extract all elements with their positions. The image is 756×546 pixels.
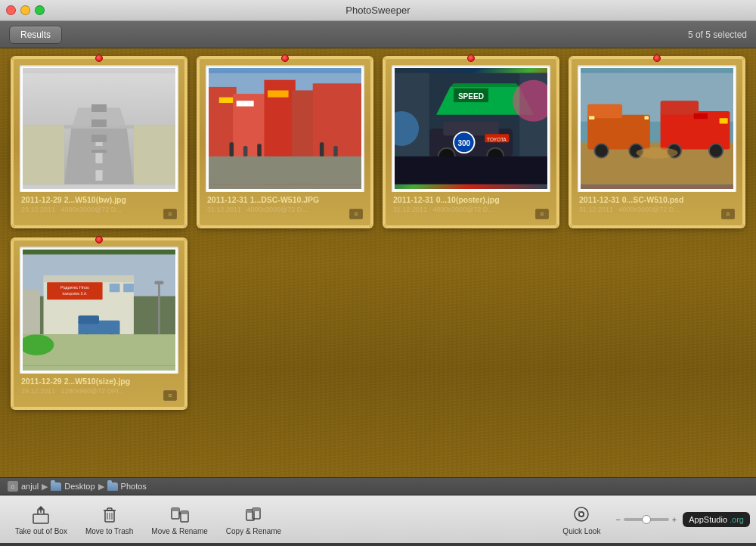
- empty-slot: [384, 239, 558, 408]
- photo-frame: [578, 65, 736, 192]
- photo-detail-icon[interactable]: [721, 209, 735, 219]
- trash-label: Move to Trash: [85, 527, 133, 535]
- photo-meta: 29.12.2011 4000x3000@72 D...: [21, 206, 177, 213]
- svg-rect-22: [243, 146, 248, 157]
- folder-icon: [107, 482, 118, 491]
- photo-road-image: [23, 68, 175, 189]
- quick-look-label: Quick Look: [562, 527, 600, 535]
- pin-icon: [95, 236, 103, 244]
- svg-rect-77: [154, 281, 163, 284]
- app-title: PhotoSweeper: [345, 5, 410, 16]
- toolbar: Results 5 of 5 selected: [0, 21, 756, 48]
- photo-trucks-image: [581, 68, 733, 189]
- move-rename-button[interactable]: Move & Rename: [142, 499, 216, 540]
- svg-rect-6: [95, 170, 102, 181]
- photo-frame: SPEED 300 TOYOTA: [392, 65, 550, 192]
- svg-rect-55: [720, 118, 728, 123]
- photo-meta: 31.12.2011 4000x3000@72 D...: [579, 206, 735, 213]
- svg-rect-58: [694, 113, 708, 119]
- photo-info: 2011-12-31 0...SC-W510.psd 31.12.2011 40…: [578, 192, 736, 222]
- take-out-icon: [30, 504, 51, 525]
- svg-rect-67: [110, 284, 120, 292]
- svg-rect-78: [33, 514, 48, 523]
- svg-marker-28: [450, 83, 519, 87]
- quick-look-button[interactable]: Quick Look: [553, 499, 609, 540]
- photo-card[interactable]: 2011-12-31 0...SC-W510.psd 31.12.2011 40…: [570, 57, 744, 227]
- photo-detail-icon[interactable]: [535, 209, 549, 219]
- photo-detail-icon[interactable]: [163, 390, 177, 401]
- photo-meta: 29.12.2011 1280x960@72 DPI...: [21, 387, 177, 395]
- svg-rect-76: [158, 282, 160, 334]
- svg-rect-21: [230, 142, 234, 156]
- svg-rect-32: [443, 122, 498, 135]
- svg-text:SPEED: SPEED: [458, 92, 484, 101]
- selection-count: 5 of 5 selected: [688, 29, 747, 40]
- copy-rename-button[interactable]: Copy & Rename: [217, 499, 290, 540]
- maximize-button[interactable]: [35, 5, 45, 15]
- svg-rect-4: [95, 135, 102, 146]
- svg-rect-17: [219, 98, 233, 103]
- svg-point-49: [594, 144, 608, 157]
- svg-point-59: [636, 147, 677, 159]
- svg-rect-20: [209, 157, 361, 185]
- empty-slot: [570, 239, 744, 408]
- minimize-button[interactable]: [20, 5, 30, 15]
- photo-transport-image: Родригес Hnos transportes S.A.: [23, 250, 175, 371]
- move-trash-button[interactable]: Move to Trash: [76, 499, 142, 540]
- photo-frame: [20, 65, 178, 192]
- svg-rect-52: [644, 116, 649, 119]
- svg-rect-5: [95, 153, 102, 163]
- svg-text:300: 300: [457, 139, 470, 147]
- svg-rect-48: [587, 104, 622, 118]
- take-out-button[interactable]: Take out of Box: [6, 499, 76, 540]
- photo-info: 2011-12-29 2...W510(size).jpg 29.12.2011…: [20, 374, 178, 404]
- photo-filename: 2011-12-29 2...W510(bw).jpg: [21, 195, 177, 204]
- quick-look-icon: [571, 504, 592, 525]
- zoom-out-icon: −: [615, 515, 620, 524]
- titlebar: PhotoSweeper: [0, 0, 756, 21]
- photo-filename: 2011-12-31 1...DSC-W510.JPG: [207, 195, 363, 204]
- photo-card[interactable]: Родригес Hnos transportes S.A.: [12, 239, 186, 408]
- svg-rect-68: [123, 284, 134, 292]
- photo-card[interactable]: 2011-12-29 2...W510(bw).jpg 29.12.2011 4…: [12, 57, 186, 227]
- breadcrumb-user: anjul: [21, 482, 39, 491]
- pin-icon: [653, 54, 661, 62]
- svg-rect-89: [181, 511, 188, 514]
- photo-detail-icon[interactable]: [163, 209, 177, 219]
- move-rename-label: Move & Rename: [151, 527, 207, 535]
- main-content: 2011-12-29 2...W510(bw).jpg 29.12.2011 4…: [0, 48, 756, 477]
- zoom-slider[interactable]: [624, 518, 669, 521]
- appstudio-org: .org: [730, 515, 744, 524]
- photo-detail-icon[interactable]: [349, 209, 363, 219]
- photo-card[interactable]: SPEED 300 TOYOTA: [384, 57, 558, 227]
- breadcrumb-bar: ⌂ anjul ▶ Desktop ▶ Photos: [0, 477, 756, 495]
- svg-rect-63: [44, 275, 134, 282]
- svg-rect-9: [134, 125, 175, 184]
- photo-info: 2011-12-31 1...DSC-W510.JPG 31.12.2011 4…: [206, 192, 364, 222]
- svg-point-57: [709, 144, 723, 157]
- svg-point-97: [580, 513, 583, 516]
- breadcrumb-desktop: Desktop: [64, 482, 94, 491]
- svg-rect-87: [172, 508, 179, 511]
- photo-filename: 2011-12-31 0...10(poster).jpg: [393, 195, 549, 204]
- copy-rename-icon: [243, 504, 264, 525]
- photo-frame: Родригес Hnos transportes S.A.: [20, 247, 178, 374]
- svg-rect-8: [23, 125, 64, 184]
- svg-text:TOYOTA: TOYOTA: [487, 137, 507, 142]
- window-controls: [6, 5, 45, 15]
- pin-icon: [95, 54, 103, 62]
- breadcrumb-photos: Photos: [121, 482, 147, 491]
- photo-filename: 2011-12-31 0...SC-W510.psd: [579, 195, 735, 204]
- photo-meta: 31.12.2011 4000x3000@72 D...: [207, 206, 363, 213]
- photo-grid-row2: Родригес Hnos transportes S.A.: [12, 239, 744, 408]
- svg-rect-94: [253, 508, 260, 511]
- svg-rect-18: [237, 101, 254, 106]
- copy-rename-label: Copy & Rename: [226, 527, 281, 535]
- close-button[interactable]: [6, 5, 16, 15]
- photo-filename: 2011-12-29 2...W510(size).jpg: [21, 377, 177, 386]
- photo-card[interactable]: 2011-12-31 1...DSC-W510.JPG 31.12.2011 4…: [198, 57, 372, 227]
- breadcrumb-sep: ▶: [98, 482, 104, 492]
- svg-text:Родригес Hnos: Родригес Hnos: [60, 285, 89, 290]
- svg-rect-19: [268, 91, 289, 98]
- results-tab[interactable]: Results: [9, 26, 62, 44]
